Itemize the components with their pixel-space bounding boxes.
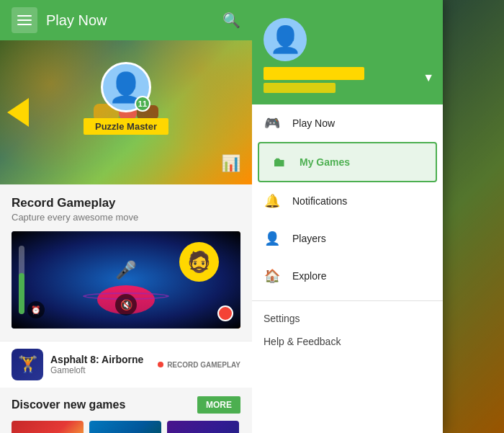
drawer-divider [252, 300, 443, 301]
app-container: Play Now 🔍 👤 11 Puzzle Master 📊 Record G… [0, 0, 504, 433]
drawer-item-notifications[interactable]: 🔔 Notifications [252, 182, 443, 220]
drawer-help[interactable]: Help & Feedback [252, 330, 443, 353]
game-card[interactable]: 🏋 Asphalt 8: Airborne Gameloft RECORD GA… [0, 341, 252, 388]
game-thumbnails [12, 421, 240, 433]
drawer-item-play-now-label: Play Now [292, 117, 335, 129]
record-image: 🎤 🧔 🔇 ⏰ [12, 231, 240, 329]
drawer-settings[interactable]: Settings [252, 307, 443, 330]
discover-title: Discover new games [12, 398, 125, 411]
game-developer: Gameloft [50, 365, 158, 375]
my-games-icon: 🖿 [271, 153, 288, 171]
play-now-icon: 🎮 [264, 115, 281, 132]
record-subtitle: Capture every awesome move [12, 212, 240, 223]
drawer-item-explore-label: Explore [292, 270, 326, 282]
navigation-drawer: 👤 ▼ 🎮 Play Now 🖿 My Games [252, 0, 443, 433]
game-title: Asphalt 8: Airborne [50, 354, 158, 365]
header-title: Play Now [46, 12, 222, 29]
right-panel: 👤 ▼ 🎮 Play Now 🖿 My Games [252, 0, 504, 433]
discover-section: Discover new games MORE [0, 388, 252, 433]
record-section: Record Gameplay Capture every awesome mo… [0, 184, 252, 340]
hero-section: 👤 11 Puzzle Master 📊 [0, 40, 252, 184]
game-info: Asphalt 8: Airborne Gameloft [50, 354, 158, 375]
drawer-overlay[interactable] [443, 0, 504, 433]
record-title: Record Gameplay [12, 196, 240, 210]
drawer-avatar[interactable]: 👤 [264, 18, 307, 61]
hero-arrow-icon [7, 98, 29, 127]
drawer-item-my-games[interactable]: 🖿 My Games [258, 142, 437, 182]
hero-avatar-area: 👤 11 Puzzle Master [84, 62, 168, 135]
game-thumbnail-3[interactable] [167, 421, 239, 433]
drawer-item-my-games-label: My Games [300, 156, 350, 168]
game-icon: 🏋 [12, 349, 43, 380]
drawer-item-players-label: Players [292, 233, 326, 244]
drawer-item-notifications-label: Notifications [292, 195, 347, 207]
drawer-item-players[interactable]: 👤 Players [252, 220, 443, 257]
drawer-chevron-icon[interactable]: ▼ [423, 71, 434, 84]
hamburger-line-1 [17, 15, 32, 17]
hamburger-line-3 [17, 24, 32, 25]
drawer-avatar-icon: 👤 [269, 24, 302, 55]
notifications-icon: 🔔 [264, 192, 281, 210]
stats-bar-icon[interactable]: 📊 [221, 154, 240, 173]
drawer-header: 👤 ▼ [252, 0, 443, 104]
header: Play Now 🔍 [0, 0, 252, 40]
drawer-status-bar [264, 83, 336, 93]
record-dot-icon [158, 362, 163, 367]
timer-icon: ⏰ [27, 301, 45, 318]
game-thumbnail-1[interactable] [12, 421, 84, 433]
drawer-item-explore[interactable]: 🏠 Explore [252, 257, 443, 295]
notification-badge: 11 [135, 96, 150, 112]
hero-username: Puzzle Master [84, 118, 168, 135]
game-thumbnail-2[interactable] [89, 421, 161, 433]
record-gameplay-button[interactable]: RECORD GAMEPLAY [158, 361, 240, 369]
volume-bar [19, 246, 24, 314]
no-mic-icon: 🔇 [115, 294, 137, 316]
drawer-menu: 🎮 Play Now 🖿 My Games 🔔 Notifications 👤 [252, 104, 443, 433]
players-icon: 👤 [264, 230, 281, 247]
record-gameplay-label: RECORD GAMEPLAY [167, 361, 240, 369]
more-button[interactable]: MORE [197, 396, 240, 414]
character-avatar: 🧔 [179, 242, 219, 282]
microphone-icon: 🎤 [115, 260, 137, 280]
hamburger-line-2 [17, 19, 32, 21]
volume-fill [19, 273, 24, 314]
hamburger-button[interactable] [12, 7, 37, 33]
search-icon[interactable]: 🔍 [222, 12, 240, 29]
drawer-username-bar [264, 67, 364, 80]
record-button[interactable] [217, 305, 233, 321]
explore-icon: 🏠 [264, 267, 281, 285]
discover-header: Discover new games MORE [12, 396, 240, 414]
hero-avatar[interactable]: 👤 11 [101, 62, 151, 112]
main-panel: Play Now 🔍 👤 11 Puzzle Master 📊 Record G… [0, 0, 252, 433]
drawer-item-play-now[interactable]: 🎮 Play Now [252, 104, 443, 142]
